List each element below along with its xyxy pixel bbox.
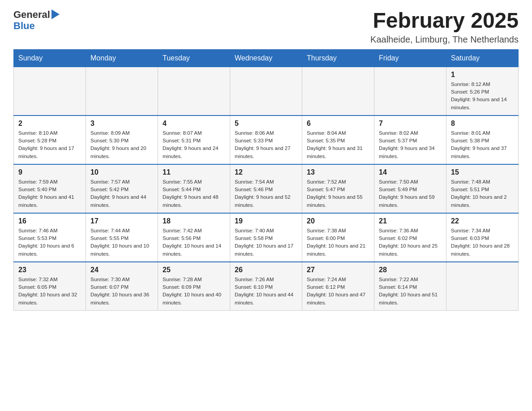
day-info: Sunrise: 8:09 AM Sunset: 5:30 PM Dayligh…	[90, 129, 153, 160]
calendar-cell: 25Sunrise: 7:28 AM Sunset: 6:09 PM Dayli…	[158, 262, 230, 311]
day-info: Sunrise: 8:12 AM Sunset: 5:26 PM Dayligh…	[451, 81, 514, 111]
day-number: 9	[18, 168, 81, 176]
day-info: Sunrise: 7:50 AM Sunset: 5:49 PM Dayligh…	[379, 178, 442, 209]
calendar-week-row: 2Sunrise: 8:10 AM Sunset: 5:28 PM Daylig…	[14, 116, 519, 164]
calendar-week-row: 1Sunrise: 8:12 AM Sunset: 5:26 PM Daylig…	[14, 67, 519, 116]
day-info: Sunrise: 7:28 AM Sunset: 6:09 PM Dayligh…	[163, 276, 225, 307]
calendar-table: Sunday Monday Tuesday Wednesday Thursday…	[13, 49, 519, 311]
day-info: Sunrise: 7:52 AM Sunset: 5:47 PM Dayligh…	[307, 178, 369, 209]
day-number: 24	[90, 266, 153, 274]
calendar-cell	[158, 67, 230, 116]
day-number: 27	[307, 266, 369, 274]
header-sunday: Sunday	[14, 49, 86, 67]
day-number: 20	[307, 217, 369, 225]
day-number: 21	[379, 217, 442, 225]
day-info: Sunrise: 7:54 AM Sunset: 5:46 PM Dayligh…	[235, 178, 297, 209]
day-number: 11	[163, 168, 225, 176]
location-subtitle: Kaalheide, Limburg, The Netherlands	[370, 34, 519, 45]
day-info: Sunrise: 7:48 AM Sunset: 5:51 PM Dayligh…	[451, 178, 514, 209]
day-info: Sunrise: 7:32 AM Sunset: 6:05 PM Dayligh…	[18, 276, 81, 307]
calendar-week-row: 16Sunrise: 7:46 AM Sunset: 5:53 PM Dayli…	[14, 213, 519, 262]
calendar-cell	[302, 67, 374, 116]
day-number: 6	[307, 120, 369, 128]
month-title: February 2025	[370, 9, 519, 33]
day-number: 13	[307, 168, 369, 176]
header-tuesday: Tuesday	[158, 49, 230, 67]
svg-marker-0	[51, 9, 60, 19]
day-info: Sunrise: 7:36 AM Sunset: 6:02 PM Dayligh…	[379, 227, 442, 258]
calendar-cell: 12Sunrise: 7:54 AM Sunset: 5:46 PM Dayli…	[230, 164, 302, 213]
day-info: Sunrise: 7:55 AM Sunset: 5:44 PM Dayligh…	[163, 178, 225, 209]
day-number: 18	[163, 217, 225, 225]
calendar-cell: 18Sunrise: 7:42 AM Sunset: 5:56 PM Dayli…	[158, 213, 230, 262]
calendar-cell: 7Sunrise: 8:02 AM Sunset: 5:37 PM Daylig…	[374, 116, 446, 164]
calendar-cell: 4Sunrise: 8:07 AM Sunset: 5:31 PM Daylig…	[158, 116, 230, 164]
calendar-cell: 24Sunrise: 7:30 AM Sunset: 6:07 PM Dayli…	[86, 262, 158, 311]
calendar-cell: 10Sunrise: 7:57 AM Sunset: 5:42 PM Dayli…	[86, 164, 158, 213]
day-info: Sunrise: 7:42 AM Sunset: 5:56 PM Dayligh…	[163, 227, 225, 258]
calendar-cell	[86, 67, 158, 116]
day-number: 17	[90, 217, 153, 225]
calendar-cell: 2Sunrise: 8:10 AM Sunset: 5:28 PM Daylig…	[14, 116, 86, 164]
day-number: 1	[451, 71, 514, 79]
day-number: 26	[235, 266, 297, 274]
day-number: 8	[451, 120, 514, 128]
day-info: Sunrise: 7:40 AM Sunset: 5:58 PM Dayligh…	[235, 227, 297, 258]
day-info: Sunrise: 7:38 AM Sunset: 6:00 PM Dayligh…	[307, 227, 369, 258]
day-info: Sunrise: 7:30 AM Sunset: 6:07 PM Dayligh…	[90, 276, 153, 307]
day-info: Sunrise: 8:07 AM Sunset: 5:31 PM Dayligh…	[163, 129, 225, 160]
calendar-cell: 28Sunrise: 7:22 AM Sunset: 6:14 PM Dayli…	[374, 262, 446, 311]
calendar-cell: 9Sunrise: 7:59 AM Sunset: 5:40 PM Daylig…	[14, 164, 86, 213]
calendar-cell: 15Sunrise: 7:48 AM Sunset: 5:51 PM Dayli…	[446, 164, 519, 213]
day-number: 7	[379, 120, 442, 128]
day-number: 15	[451, 168, 514, 176]
calendar-cell: 16Sunrise: 7:46 AM Sunset: 5:53 PM Dayli…	[14, 213, 86, 262]
day-info: Sunrise: 8:04 AM Sunset: 5:35 PM Dayligh…	[307, 129, 369, 160]
calendar-cell: 6Sunrise: 8:04 AM Sunset: 5:35 PM Daylig…	[302, 116, 374, 164]
day-number: 23	[18, 266, 81, 274]
day-info: Sunrise: 7:26 AM Sunset: 6:10 PM Dayligh…	[235, 276, 297, 307]
day-number: 16	[18, 217, 81, 225]
calendar-week-row: 9Sunrise: 7:59 AM Sunset: 5:40 PM Daylig…	[14, 164, 519, 213]
calendar-cell: 20Sunrise: 7:38 AM Sunset: 6:00 PM Dayli…	[302, 213, 374, 262]
day-number: 10	[90, 168, 153, 176]
calendar-cell: 22Sunrise: 7:34 AM Sunset: 6:03 PM Dayli…	[446, 213, 519, 262]
day-number: 5	[235, 120, 297, 128]
day-number: 4	[163, 120, 225, 128]
day-info: Sunrise: 7:34 AM Sunset: 6:03 PM Dayligh…	[451, 227, 514, 258]
calendar-cell: 3Sunrise: 8:09 AM Sunset: 5:30 PM Daylig…	[86, 116, 158, 164]
calendar-cell	[374, 67, 446, 116]
day-info: Sunrise: 7:44 AM Sunset: 5:55 PM Dayligh…	[90, 227, 153, 258]
calendar-cell: 26Sunrise: 7:26 AM Sunset: 6:10 PM Dayli…	[230, 262, 302, 311]
calendar-cell: 11Sunrise: 7:55 AM Sunset: 5:44 PM Dayli…	[158, 164, 230, 213]
calendar-cell: 8Sunrise: 8:01 AM Sunset: 5:38 PM Daylig…	[446, 116, 519, 164]
header-wednesday: Wednesday	[230, 49, 302, 67]
calendar-cell: 17Sunrise: 7:44 AM Sunset: 5:55 PM Dayli…	[86, 213, 158, 262]
calendar-cell: 1Sunrise: 8:12 AM Sunset: 5:26 PM Daylig…	[446, 67, 519, 116]
calendar-cell	[446, 262, 519, 311]
calendar-cell	[230, 67, 302, 116]
page-header: General Blue February 2025 Kaalheide, Li…	[13, 9, 519, 45]
logo-blue: Blue	[13, 20, 35, 31]
day-number: 22	[451, 217, 514, 225]
calendar-cell: 14Sunrise: 7:50 AM Sunset: 5:49 PM Dayli…	[374, 164, 446, 213]
day-info: Sunrise: 8:01 AM Sunset: 5:38 PM Dayligh…	[451, 129, 514, 160]
header-thursday: Thursday	[302, 49, 374, 67]
title-block: February 2025 Kaalheide, Limburg, The Ne…	[370, 9, 519, 45]
day-number: 28	[379, 266, 442, 274]
day-number: 3	[90, 120, 153, 128]
logo-general: General	[13, 9, 50, 20]
day-info: Sunrise: 8:02 AM Sunset: 5:37 PM Dayligh…	[379, 129, 442, 160]
header-saturday: Saturday	[446, 49, 519, 67]
day-info: Sunrise: 7:57 AM Sunset: 5:42 PM Dayligh…	[90, 178, 153, 209]
logo: General Blue	[13, 9, 60, 31]
day-info: Sunrise: 7:46 AM Sunset: 5:53 PM Dayligh…	[18, 227, 81, 258]
day-number: 12	[235, 168, 297, 176]
day-info: Sunrise: 7:24 AM Sunset: 6:12 PM Dayligh…	[307, 276, 369, 307]
calendar-cell	[14, 67, 86, 116]
calendar-cell: 19Sunrise: 7:40 AM Sunset: 5:58 PM Dayli…	[230, 213, 302, 262]
header-monday: Monday	[86, 49, 158, 67]
day-info: Sunrise: 8:06 AM Sunset: 5:33 PM Dayligh…	[235, 129, 297, 160]
day-number: 2	[18, 120, 81, 128]
logo-triangle-icon	[51, 9, 60, 19]
